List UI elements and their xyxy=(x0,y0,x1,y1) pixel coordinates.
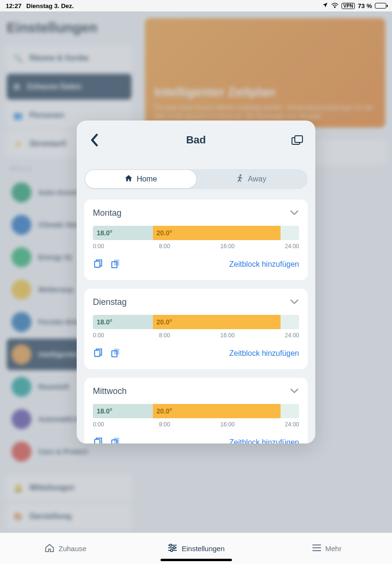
copy-schedule-button[interactable] xyxy=(291,133,304,147)
time-axis: 0:008:0016:0024:00 xyxy=(93,243,299,250)
time-block[interactable]: 18.0° xyxy=(93,226,153,240)
seg-away-label: Away xyxy=(248,175,266,183)
time-block[interactable]: 20.0° xyxy=(153,315,281,329)
timeline[interactable]: 18.0°20.0° xyxy=(93,404,299,418)
svg-rect-4 xyxy=(95,261,100,267)
schedule-modal: Bad Home Away Montag18.0°20.0°0:008:0016… xyxy=(77,121,315,443)
wifi-icon xyxy=(331,2,339,10)
svg-point-16 xyxy=(173,547,176,549)
add-timeblock-link[interactable]: Zeitblock hinzufügen xyxy=(229,349,299,358)
location-icon xyxy=(322,2,328,10)
day-name: Dienstag xyxy=(93,297,127,307)
copy-icon[interactable] xyxy=(93,347,103,360)
seg-home-label: Home xyxy=(137,175,157,183)
tab-more[interactable]: Mehr xyxy=(261,533,392,564)
house-icon xyxy=(44,543,55,554)
day-name: Mittwoch xyxy=(93,386,127,396)
time-block[interactable]: 20.0° xyxy=(153,404,281,418)
home-indicator[interactable] xyxy=(161,559,232,561)
day-card: Dienstag18.0°20.0°0:008:0016:0024:00Zeit… xyxy=(84,289,308,369)
time-axis: 0:008:0016:0024:00 xyxy=(93,332,299,339)
day-card: Mittwoch18.0°20.0°0:008:0016:0024:00Zeit… xyxy=(84,378,308,443)
home-away-toggle: Home Away xyxy=(84,169,308,189)
add-timeblock-link[interactable]: Zeitblock hinzufügen xyxy=(229,260,299,269)
svg-rect-10 xyxy=(95,439,100,443)
svg-rect-2 xyxy=(295,136,302,142)
copy-icon[interactable] xyxy=(93,436,103,443)
home-icon xyxy=(124,174,133,184)
battery-icon xyxy=(375,3,386,9)
menu-icon xyxy=(312,544,322,553)
time-block[interactable] xyxy=(281,315,299,329)
sliders-icon xyxy=(167,544,178,554)
svg-point-0 xyxy=(334,7,335,8)
paste-icon[interactable] xyxy=(110,436,121,443)
chevron-down-icon[interactable] xyxy=(290,209,299,218)
time-block[interactable]: 18.0° xyxy=(93,315,153,329)
seg-away[interactable]: Away xyxy=(196,170,307,188)
paste-icon[interactable] xyxy=(110,347,121,360)
vpn-badge: VPN xyxy=(342,3,355,9)
time-block[interactable] xyxy=(281,226,299,240)
paste-icon[interactable] xyxy=(110,258,121,271)
time-axis: 0:008:0016:0024:00 xyxy=(93,421,299,428)
time-block[interactable]: 20.0° xyxy=(153,226,281,240)
timeline[interactable]: 18.0°20.0° xyxy=(93,226,299,240)
status-bar: 12:27 Dienstag 3. Dez. VPN 73 % xyxy=(0,0,392,11)
svg-point-14 xyxy=(170,544,172,546)
svg-rect-7 xyxy=(95,350,100,356)
status-time: 12:27 xyxy=(6,2,21,10)
chevron-down-icon[interactable] xyxy=(290,298,299,307)
svg-point-3 xyxy=(240,174,241,176)
time-block[interactable]: 18.0° xyxy=(93,404,153,418)
day-name: Montag xyxy=(93,208,121,218)
chevron-down-icon[interactable] xyxy=(290,387,299,396)
battery-percent: 73 % xyxy=(358,2,372,10)
seg-home[interactable]: Home xyxy=(85,170,196,188)
away-icon xyxy=(236,174,244,184)
tab-home[interactable]: Zuhause xyxy=(0,533,131,564)
time-block[interactable] xyxy=(281,404,299,418)
copy-icon[interactable] xyxy=(93,258,103,271)
back-button[interactable] xyxy=(88,133,101,147)
add-timeblock-link[interactable]: Zeitblock hinzufügen xyxy=(229,438,299,443)
svg-point-18 xyxy=(171,549,173,552)
status-date: Dienstag 3. Dez. xyxy=(26,2,74,10)
modal-title: Bad xyxy=(101,134,291,146)
day-card: Montag18.0°20.0°0:008:0016:0024:00Zeitbl… xyxy=(84,200,308,280)
timeline[interactable]: 18.0°20.0° xyxy=(93,315,299,329)
